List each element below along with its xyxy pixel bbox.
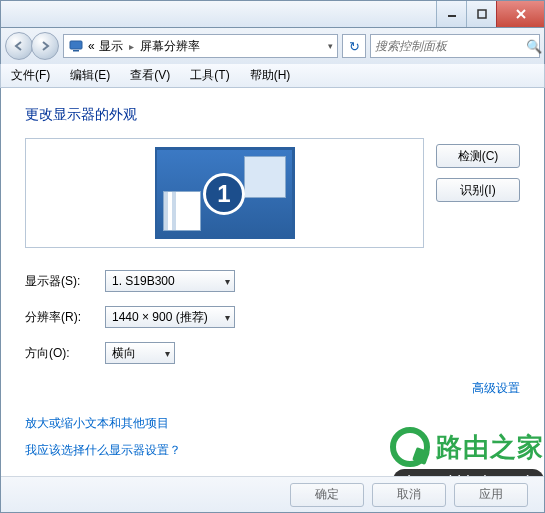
chevron-right-icon: ▸ [127, 41, 136, 52]
menu-tools[interactable]: 工具(T) [180, 67, 239, 84]
display-label: 显示器(S): [25, 273, 105, 290]
search-input[interactable] [375, 39, 526, 53]
breadcrumb-sep: « [88, 39, 95, 53]
svg-rect-4 [70, 41, 82, 49]
svg-rect-5 [73, 50, 79, 52]
resolution-select[interactable]: 1440 × 900 (推荐) [105, 306, 235, 328]
address-bar[interactable]: « 显示 ▸ 屏幕分辨率 ▾ [63, 34, 338, 58]
ok-button[interactable]: 确定 [290, 483, 364, 507]
dialog-button-row: 确定 取消 应用 [1, 476, 544, 512]
forward-button[interactable] [31, 32, 59, 60]
minimize-button[interactable] [436, 1, 466, 27]
monitor-number-badge: 1 [203, 173, 245, 215]
orientation-select-value: 横向 [112, 345, 136, 362]
menu-view[interactable]: 查看(V) [120, 67, 180, 84]
window-titlebar [0, 0, 545, 28]
which-display-link[interactable]: 我应该选择什么显示器设置？ [25, 442, 520, 459]
address-dropdown-icon[interactable]: ▾ [328, 41, 333, 51]
taskbar-preview-icon [163, 191, 201, 231]
advanced-settings-link[interactable]: 高级设置 [472, 381, 520, 395]
display-select[interactable]: 1. S19B300 [105, 270, 235, 292]
close-button[interactable] [496, 1, 544, 27]
display-select-value: 1. S19B300 [112, 274, 175, 288]
refresh-icon: ↻ [349, 39, 360, 54]
breadcrumb-resolution[interactable]: 屏幕分辨率 [140, 38, 200, 55]
apply-button[interactable]: 应用 [454, 483, 528, 507]
display-preview[interactable]: 1 [25, 138, 424, 248]
content-area: 更改显示器的外观 1 检测(C) 识别(I) 显示器(S): 1. S19B30… [0, 88, 545, 513]
menu-help[interactable]: 帮助(H) [240, 67, 301, 84]
maximize-button[interactable] [466, 1, 496, 27]
detect-button[interactable]: 检测(C) [436, 144, 520, 168]
breadcrumb-display[interactable]: 显示 [99, 38, 123, 55]
display-icon [68, 38, 84, 54]
menu-bar: 文件(F) 编辑(E) 查看(V) 工具(T) 帮助(H) [0, 64, 545, 88]
resolution-label: 分辨率(R): [25, 309, 105, 326]
window-preview-icon [244, 156, 286, 198]
monitor-thumbnail[interactable]: 1 [155, 147, 295, 239]
search-icon[interactable]: 🔍 [526, 39, 542, 54]
resolution-select-value: 1440 × 900 (推荐) [112, 309, 208, 326]
page-title: 更改显示器的外观 [25, 106, 520, 124]
menu-file[interactable]: 文件(F) [1, 67, 60, 84]
svg-rect-1 [478, 10, 486, 18]
search-box[interactable]: 🔍 [370, 34, 540, 58]
orientation-label: 方向(O): [25, 345, 105, 362]
cancel-button[interactable]: 取消 [372, 483, 446, 507]
back-button[interactable] [5, 32, 33, 60]
refresh-button[interactable]: ↻ [342, 34, 366, 58]
orientation-select[interactable]: 横向 [105, 342, 175, 364]
text-size-link[interactable]: 放大或缩小文本和其他项目 [25, 415, 520, 432]
identify-button[interactable]: 识别(I) [436, 178, 520, 202]
navigation-bar: « 显示 ▸ 屏幕分辨率 ▾ ↻ 🔍 [0, 28, 545, 64]
menu-edit[interactable]: 编辑(E) [60, 67, 120, 84]
